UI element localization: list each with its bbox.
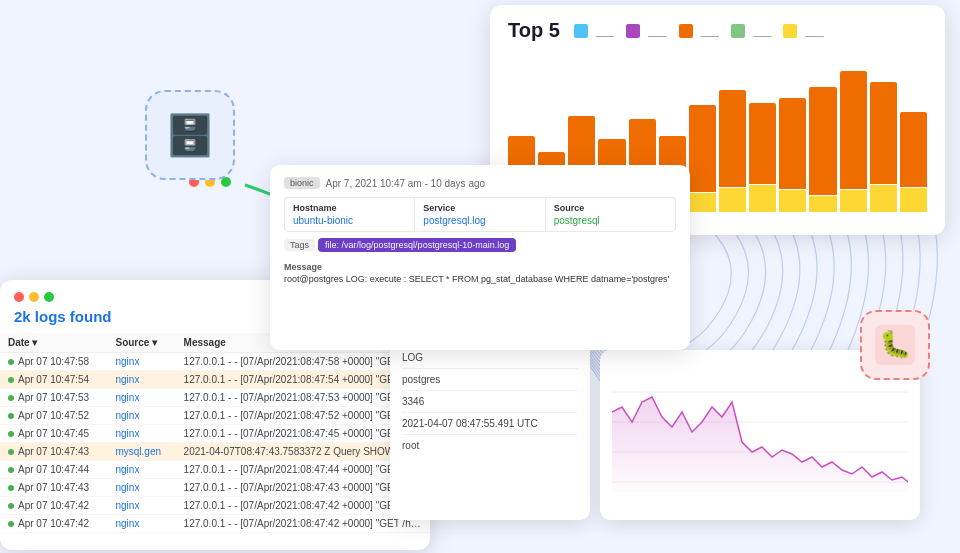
tags-section: Tags file: /var/log/postgresql/postgresq… [284,238,676,257]
status-dot [8,413,14,419]
source-value: postgresql [554,215,667,226]
bar-yellow [779,190,806,212]
maximize-dot[interactable] [44,292,54,302]
table-row[interactable]: Apr 07 10:47:54nginx127.0.0.1 - - [07/Ap… [0,371,430,389]
legend-label-1: ___ [596,25,614,37]
cell-source: nginx [107,407,175,425]
bar-group [900,112,927,212]
close-dot[interactable] [14,292,24,302]
cell-date: Apr 07 10:47:45 [0,425,107,443]
log-meta: bionic Apr 7, 2021 10:47 am - 10 days ag… [284,177,676,189]
table-row[interactable]: Apr 07 10:47:43nginx127.0.0.1 - - [07/Ap… [0,479,430,497]
bar-group [809,87,836,212]
attr-row: postgres [402,369,578,391]
cell-source: nginx [107,461,175,479]
legend-dot-3 [679,24,693,38]
tag-value: file: /var/log/postgresql/postgresql-10-… [318,238,516,252]
legend-dot-5 [783,24,797,38]
log-field-hostname: Hostname ubuntu-bionic [285,198,415,231]
bar-yellow [689,193,716,212]
legend-label-2: ___ [648,25,666,37]
legend-dot-1 [574,24,588,38]
attr-row: 2021-04-07 08:47:55.491 UTC [402,413,578,435]
chart-title: Top 5 [508,19,560,42]
status-dot [8,431,14,437]
bar-group [719,90,746,212]
log-field-source: Source postgresql [546,198,675,231]
status-dot [8,395,14,401]
hostname-label: Hostname [293,203,406,213]
legend-label-5: ___ [805,25,823,37]
bar-yellow [840,190,867,212]
bar-group [779,98,806,212]
bar-orange [900,112,927,187]
attr-rows: LOGpostgres33462021-04-07 08:47:55.491 U… [402,347,578,456]
log-field-service: Service postgresql.log [415,198,545,231]
service-label: Service [423,203,536,213]
status-dot [8,467,14,473]
cell-source: nginx [107,497,175,515]
status-dot [8,485,14,491]
legend-label-4: ___ [753,25,771,37]
cell-date: Apr 07 10:47:58 [0,353,107,371]
legend-dot-2 [626,24,640,38]
cell-source: nginx [107,515,175,533]
cell-date: Apr 07 10:47:43 [0,443,107,461]
bar-yellow [749,185,776,212]
bar-orange [749,103,776,184]
cell-date: Apr 07 10:47:42 [0,515,107,533]
cell-date: Apr 07 10:47:43 [0,479,107,497]
bar-yellow [809,196,836,212]
table-row[interactable]: Apr 07 10:47:44nginx127.0.0.1 - - [07/Ap… [0,461,430,479]
bar-yellow [719,188,746,212]
bar-orange [689,105,716,192]
table-row[interactable]: Apr 07 10:47:42nginx127.0.0.1 - - [07/Ap… [0,497,430,515]
bar-group [840,71,867,212]
attr-table-window: Attribute Value ⇅ LOGpostgres33462021-04… [390,320,590,520]
table-row[interactable]: Apr 07 10:47:53nginx127.0.0.1 - - [07/Ap… [0,389,430,407]
table-row[interactable]: Apr 07 10:47:45nginx127.0.0.1 - - [07/Ap… [0,425,430,443]
message-label: Message [284,262,676,272]
legend-label-3: ___ [701,25,719,37]
cell-source: mysql.gen [107,443,175,461]
bar-group [870,82,897,212]
minimize-dot[interactable] [29,292,39,302]
table-row[interactable]: Apr 07 10:47:52nginx127.0.0.1 - - [07/Ap… [0,407,430,425]
cell-source: nginx [107,353,175,371]
table-row[interactable]: Apr 07 10:47:58nginx127.0.0.1 - - [07/Ap… [0,353,430,371]
cell-date: Apr 07 10:47:53 [0,389,107,407]
log-table: Date ▾ Source ▾ Message Apr 07 10:47:58n… [0,333,430,533]
log-fields: Hostname ubuntu-bionic Service postgresq… [284,197,676,232]
cell-source: nginx [107,371,175,389]
bar-orange [840,71,867,189]
bar-orange [809,87,836,195]
database-icon: 🗄️ [165,112,215,159]
log-table-body: Apr 07 10:47:58nginx127.0.0.1 - - [07/Ap… [0,353,430,533]
service-value: postgresql.log [423,215,536,226]
status-dot [8,503,14,509]
status-dot [8,377,14,383]
line-chart-svg [612,362,908,508]
bar-group [689,105,716,212]
attr-row: root [402,435,578,456]
chart-header: Top 5 ___ ___ ___ ___ ___ [508,19,927,42]
status-dot [8,521,14,527]
bar-orange [779,98,806,189]
col-source[interactable]: Source ▾ [107,333,175,353]
tags-label: Tags [284,239,315,251]
status-dot [8,449,14,455]
log-detail-window: bionic Apr 7, 2021 10:47 am - 10 days ag… [270,165,690,350]
table-row[interactable]: Apr 07 10:47:43mysql.gen2021-04-07T08:47… [0,443,430,461]
source-label: Source [554,203,667,213]
attr-row: LOG [402,347,578,369]
table-row[interactable]: Apr 07 10:47:42nginx127.0.0.1 - - [07/Ap… [0,515,430,533]
col-date[interactable]: Date ▾ [0,333,107,353]
svg-text:🐛: 🐛 [879,328,912,360]
message-value: root@postgres LOG: execute : SELECT * FR… [284,274,676,284]
bug-icon-container: 🐛 [860,310,930,380]
cell-date: Apr 07 10:47:52 [0,407,107,425]
bar-yellow [900,188,927,212]
cell-source: nginx [107,425,175,443]
legend-dot-4 [731,24,745,38]
bar-yellow [870,185,897,212]
